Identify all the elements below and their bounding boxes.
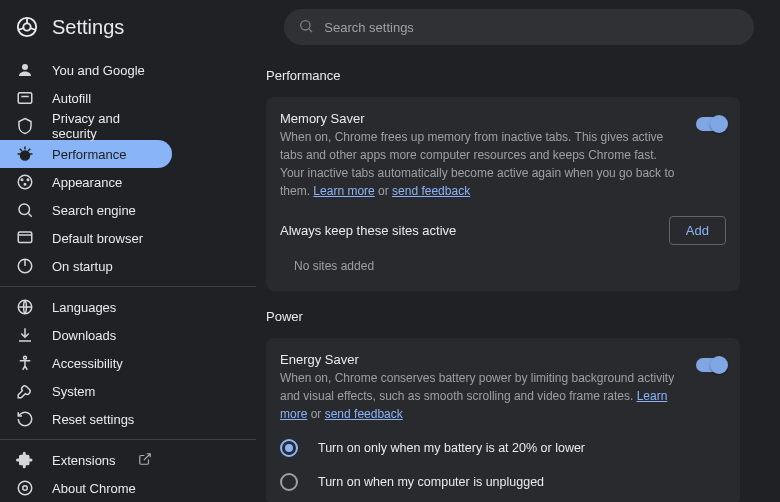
power-icon: [16, 257, 34, 275]
send-feedback-link[interactable]: send feedback: [325, 407, 403, 421]
sidebar-item-label: You and Google: [52, 63, 145, 78]
extension-icon: [16, 451, 34, 469]
sidebar-item-label: System: [52, 384, 95, 399]
sidebar-item-extensions[interactable]: Extensions: [0, 446, 172, 474]
sidebar-item-label: Search engine: [52, 203, 136, 218]
svg-point-4: [22, 64, 28, 70]
add-site-button[interactable]: Add: [669, 216, 726, 245]
sidebar-item-system[interactable]: System: [0, 377, 172, 405]
svg-point-2: [301, 20, 310, 29]
accessibility-icon: [16, 354, 34, 372]
memory-saver-desc: When on, Chrome frees up memory from ina…: [280, 128, 682, 200]
sidebar-item-you-and-google[interactable]: You and Google: [0, 56, 172, 84]
radio-icon: [280, 439, 298, 457]
chrome-icon: [16, 479, 34, 497]
energy-saver-desc: When on, Chrome conserves battery power …: [280, 369, 682, 423]
svg-point-1: [23, 23, 30, 30]
search-icon: [298, 18, 314, 37]
svg-rect-5: [18, 93, 32, 104]
memory-saver-title: Memory Saver: [280, 111, 682, 126]
memory-saver-card: Memory Saver When on, Chrome frees up me…: [266, 97, 740, 291]
energy-saver-card: Energy Saver When on, Chrome conserves b…: [266, 338, 740, 502]
performance-icon: [16, 145, 34, 163]
browser-icon: [16, 229, 34, 247]
autofill-icon: [16, 89, 34, 107]
sidebar-item-label: Reset settings: [52, 412, 134, 427]
search-icon: [16, 201, 34, 219]
divider: [0, 286, 256, 287]
svg-point-16: [24, 356, 27, 359]
energy-saver-title: Energy Saver: [280, 352, 682, 367]
chrome-logo-icon: [16, 16, 38, 38]
radio-label: Turn on only when my battery is at 20% o…: [318, 441, 585, 455]
sidebar-item-autofill[interactable]: Autofill: [0, 84, 172, 112]
sidebar-item-default-browser[interactable]: Default browser: [0, 224, 172, 252]
sidebar-item-downloads[interactable]: Downloads: [0, 321, 172, 349]
shield-icon: [16, 117, 34, 135]
sidebar-item-about[interactable]: About Chrome: [0, 474, 172, 502]
svg-point-8: [18, 175, 32, 189]
learn-more-link[interactable]: Learn more: [313, 184, 374, 198]
svg-point-17: [18, 481, 32, 495]
section-title-performance: Performance: [266, 68, 740, 83]
section-title-power: Power: [266, 309, 740, 324]
wrench-icon: [16, 382, 34, 400]
search-input[interactable]: [324, 20, 740, 35]
sidebar-item-performance[interactable]: Performance: [0, 140, 172, 168]
svg-line-3: [309, 29, 312, 32]
sidebar-item-search-engine[interactable]: Search engine: [0, 196, 172, 224]
sidebar-item-on-startup[interactable]: On startup: [0, 252, 172, 280]
sidebar-item-label: Default browser: [52, 231, 143, 246]
sidebar: You and Google Autofill Privacy and secu…: [0, 54, 256, 502]
sidebar-item-label: On startup: [52, 259, 113, 274]
search-box[interactable]: [284, 9, 754, 45]
person-icon: [16, 61, 34, 79]
sidebar-item-label: Accessibility: [52, 356, 123, 371]
reset-icon: [16, 410, 34, 428]
svg-point-7: [21, 151, 30, 160]
svg-point-9: [19, 204, 30, 215]
sidebar-item-label: Languages: [52, 300, 116, 315]
divider: [0, 439, 256, 440]
no-sites-text: No sites added: [280, 245, 726, 277]
send-feedback-link[interactable]: send feedback: [392, 184, 470, 198]
sidebar-item-label: About Chrome: [52, 481, 136, 496]
radio-label: Turn on when my computer is unplugged: [318, 475, 544, 489]
energy-option-unplugged[interactable]: Turn on when my computer is unplugged: [280, 473, 726, 491]
main-content: Performance Memory Saver When on, Chrome…: [256, 54, 780, 502]
external-link-icon: [138, 452, 152, 469]
svg-line-10: [28, 213, 31, 216]
sidebar-item-appearance[interactable]: Appearance: [0, 168, 172, 196]
sidebar-item-label: Extensions: [52, 453, 116, 468]
sidebar-item-label: Privacy and security: [52, 111, 156, 141]
sidebar-item-languages[interactable]: Languages: [0, 293, 172, 321]
sidebar-item-privacy[interactable]: Privacy and security: [0, 112, 172, 140]
globe-icon: [16, 298, 34, 316]
svg-rect-11: [18, 232, 32, 243]
radio-icon: [280, 473, 298, 491]
download-icon: [16, 326, 34, 344]
sidebar-item-accessibility[interactable]: Accessibility: [0, 349, 172, 377]
sidebar-item-label: Appearance: [52, 175, 122, 190]
energy-option-battery[interactable]: Turn on only when my battery is at 20% o…: [280, 439, 726, 457]
svg-point-18: [23, 486, 28, 491]
energy-saver-toggle[interactable]: [696, 358, 726, 372]
sidebar-item-label: Performance: [52, 147, 126, 162]
sidebar-item-reset[interactable]: Reset settings: [0, 405, 172, 433]
sidebar-item-label: Downloads: [52, 328, 116, 343]
sidebar-item-label: Autofill: [52, 91, 91, 106]
appearance-icon: [16, 173, 34, 191]
always-active-label: Always keep these sites active: [280, 223, 456, 238]
memory-saver-toggle[interactable]: [696, 117, 726, 131]
app-title: Settings: [52, 16, 124, 39]
